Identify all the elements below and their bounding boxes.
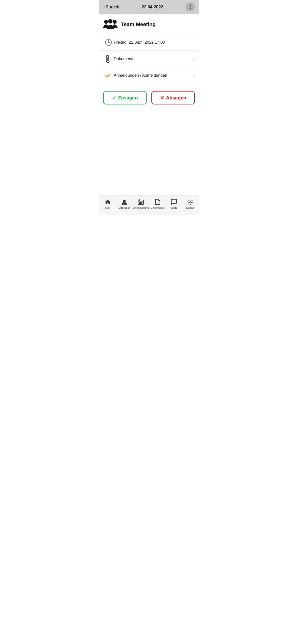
- absagen-x-icon: ✕: [160, 95, 164, 100]
- datetime-text: Freitag, 22. April 2022 17:00: [114, 40, 195, 45]
- tab-bar: Start Mitglieder: [99, 196, 199, 215]
- back-chevron-icon: ‹: [103, 4, 105, 10]
- svg-rect-13: [140, 202, 141, 203]
- double-check-icon-wrapper: [103, 71, 114, 80]
- clock-icon: [105, 39, 112, 46]
- navigation-bar: ‹ Zurück 22.04.2022: [99, 0, 199, 14]
- anmeldungen-chevron-icon: ›: [193, 73, 195, 78]
- meeting-header: Team Meeting: [99, 14, 199, 34]
- veranstaltung-icon: [137, 198, 144, 205]
- absagen-label: Absagen: [166, 95, 186, 100]
- svg-point-0: [104, 20, 108, 24]
- dokumente-row[interactable]: Dokumente ›: [99, 51, 199, 67]
- clock-icon-wrapper: [103, 38, 114, 47]
- back-label: Zurück: [106, 4, 119, 10]
- zusagen-button[interactable]: ✓ Zusagen: [103, 91, 146, 104]
- chats-icon: [171, 198, 177, 205]
- anmeldungen-label: Anmeldungen / Abmeldungen: [114, 73, 193, 78]
- tab-kanaele-label: Kanäle: [186, 206, 194, 209]
- paperclip-icon-wrapper: [103, 54, 114, 63]
- start-icon: [104, 198, 111, 205]
- svg-rect-17: [141, 203, 142, 204]
- svg-point-21: [188, 200, 190, 202]
- tab-veranstaltung-label: Veranstaltung: [133, 206, 149, 209]
- svg-rect-16: [140, 203, 141, 204]
- action-buttons-area: ✓ Zusagen ✕ Absagen: [99, 84, 199, 112]
- svg-rect-12: [139, 202, 140, 203]
- more-dots-icon: [190, 5, 191, 9]
- svg-point-22: [191, 200, 193, 202]
- svg-point-2: [108, 19, 112, 24]
- tab-veranstaltung[interactable]: Veranstaltung: [132, 198, 149, 210]
- tab-kanaele[interactable]: Kanäle: [182, 198, 199, 210]
- paperclip-icon: [105, 55, 112, 63]
- tab-mitglieder[interactable]: Mitglieder: [116, 198, 132, 210]
- absagen-button[interactable]: ✕ Absagen: [152, 91, 195, 104]
- content-area: Team Meeting Freitag, 22. April 2022 17:…: [99, 14, 199, 196]
- zusagen-check-icon: ✓: [112, 95, 116, 100]
- dokumente-label: Dokumente: [114, 56, 193, 61]
- anmeldungen-row[interactable]: Anmeldungen / Abmeldungen ›: [99, 67, 199, 84]
- meeting-title: Team Meeting: [121, 21, 156, 28]
- datetime-row: Freitag, 22. April 2022 17:00: [99, 34, 199, 51]
- kanaele-icon: [187, 198, 194, 205]
- tab-mitglieder-label: Mitglieder: [118, 206, 130, 209]
- svg-rect-15: [139, 203, 140, 204]
- svg-marker-6: [105, 200, 111, 204]
- tab-start[interactable]: Start: [99, 198, 116, 210]
- svg-point-1: [113, 20, 117, 24]
- double-check-icon: [104, 72, 112, 78]
- team-icon: [103, 19, 117, 30]
- dokumente-chevron-icon: ›: [193, 56, 195, 62]
- more-options-button[interactable]: [186, 2, 195, 12]
- tab-dokumente[interactable]: Dokumente: [149, 198, 166, 210]
- header-date: 22.04.2022: [141, 4, 163, 10]
- dokumente-tab-icon: [154, 198, 161, 205]
- back-button[interactable]: ‹ Zurück: [103, 4, 119, 10]
- tab-start-label: Start: [105, 206, 110, 209]
- svg-rect-14: [141, 202, 142, 203]
- tab-chats-label: Chats: [170, 206, 177, 209]
- zusagen-label: Zusagen: [118, 95, 138, 100]
- tab-chats[interactable]: Chats: [166, 198, 182, 210]
- mitglieder-icon: [121, 198, 128, 205]
- svg-rect-18: [142, 202, 143, 203]
- tab-dokumente-label: Dokumente: [151, 206, 164, 209]
